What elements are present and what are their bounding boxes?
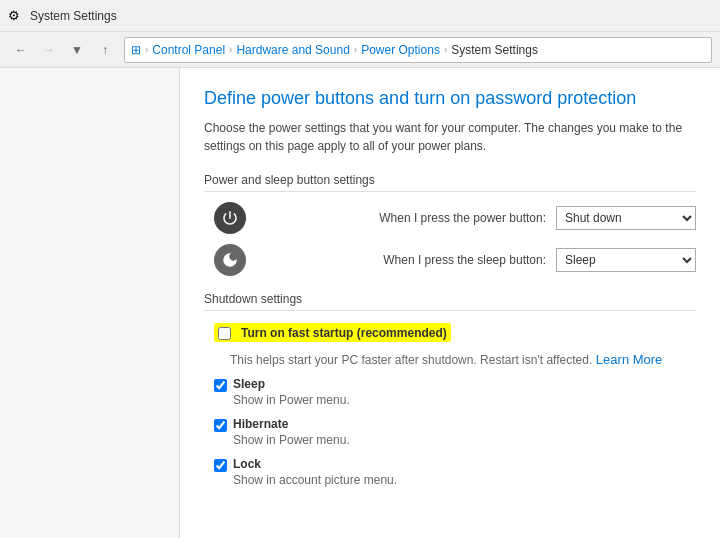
learn-more-link[interactable]: Learn More: [596, 352, 662, 367]
fast-startup-checkbox[interactable]: [218, 327, 231, 340]
breadcrumb-sep-3: ›: [444, 44, 447, 55]
hibernate-checkbox-label: Hibernate: [233, 417, 350, 431]
sleep-button-row: When I press the sleep button: Sleep Do …: [204, 244, 696, 276]
lock-checkbox[interactable]: [214, 459, 227, 472]
hibernate-text-block: Hibernate Show in Power menu.: [233, 417, 350, 447]
forward-button[interactable]: →: [36, 37, 62, 63]
power-button-label: When I press the power button:: [258, 211, 556, 225]
power-button-icon: [214, 202, 246, 234]
sidebar: [0, 68, 180, 538]
title-bar-text: System Settings: [30, 9, 117, 23]
hibernate-checkbox-row: Hibernate Show in Power menu.: [204, 417, 696, 447]
title-bar-icon: ⚙: [8, 8, 24, 24]
fast-startup-row: Turn on fast startup (recommended): [204, 323, 696, 342]
breadcrumb-sep-1: ›: [229, 44, 232, 55]
sleep-checkbox[interactable]: [214, 379, 227, 392]
sleep-text-block: Sleep Show in Power menu.: [233, 377, 350, 407]
breadcrumb-item-0[interactable]: Control Panel: [152, 43, 225, 57]
sleep-svg-icon: [221, 251, 239, 269]
breadcrumb-item-2[interactable]: Power Options: [361, 43, 440, 57]
sleep-checkbox-sublabel: Show in Power menu.: [233, 393, 350, 407]
breadcrumb-item-1[interactable]: Hardware and Sound: [236, 43, 349, 57]
fast-startup-sublabel: This helps start your PC faster after sh…: [230, 353, 592, 367]
lock-checkbox-sublabel: Show in account picture menu.: [233, 473, 397, 487]
power-button-row: When I press the power button: Shut down…: [204, 202, 696, 234]
sleep-button-dropdown[interactable]: Sleep Do nothing Hibernate Shut down Tur…: [556, 248, 696, 272]
lock-checkbox-row: Lock Show in account picture menu.: [204, 457, 696, 487]
dropdown-button[interactable]: ▼: [64, 37, 90, 63]
sleep-checkbox-label: Sleep: [233, 377, 350, 391]
up-button[interactable]: ↑: [92, 37, 118, 63]
breadcrumb-sep-0: ›: [145, 44, 148, 55]
breadcrumb: ⊞ › Control Panel › Hardware and Sound ›…: [124, 37, 712, 63]
breadcrumb-cp-icon: ⊞: [131, 43, 141, 57]
power-svg-icon: [221, 209, 239, 227]
fast-startup-highlight: Turn on fast startup (recommended): [214, 323, 451, 342]
title-bar: ⚙ System Settings: [0, 0, 720, 32]
sleep-checkbox-row: Sleep Show in Power menu.: [204, 377, 696, 407]
back-button[interactable]: ←: [8, 37, 34, 63]
lock-checkbox-label: Lock: [233, 457, 397, 471]
sleep-button-icon: [214, 244, 246, 276]
page-title: Define power buttons and turn on passwor…: [204, 88, 696, 109]
power-button-dropdown[interactable]: Shut down Do nothing Sleep Hibernate Tur…: [556, 206, 696, 230]
nav-bar: ← → ▼ ↑ ⊞ › Control Panel › Hardware and…: [0, 32, 720, 68]
main-container: Define power buttons and turn on passwor…: [0, 68, 720, 538]
hibernate-checkbox[interactable]: [214, 419, 227, 432]
breadcrumb-item-3: System Settings: [451, 43, 538, 57]
page-description: Choose the power settings that you want …: [204, 119, 696, 155]
breadcrumb-sep-2: ›: [354, 44, 357, 55]
fast-startup-label: Turn on fast startup (recommended): [241, 326, 447, 340]
hibernate-checkbox-sublabel: Show in Power menu.: [233, 433, 350, 447]
shutdown-section-label: Shutdown settings: [204, 292, 696, 311]
sleep-button-label: When I press the sleep button:: [258, 253, 556, 267]
lock-text-block: Lock Show in account picture menu.: [233, 457, 397, 487]
power-button-section-label: Power and sleep button settings: [204, 173, 696, 192]
content-area: Define power buttons and turn on passwor…: [180, 68, 720, 538]
shutdown-section: Shutdown settings Turn on fast startup (…: [204, 292, 696, 487]
